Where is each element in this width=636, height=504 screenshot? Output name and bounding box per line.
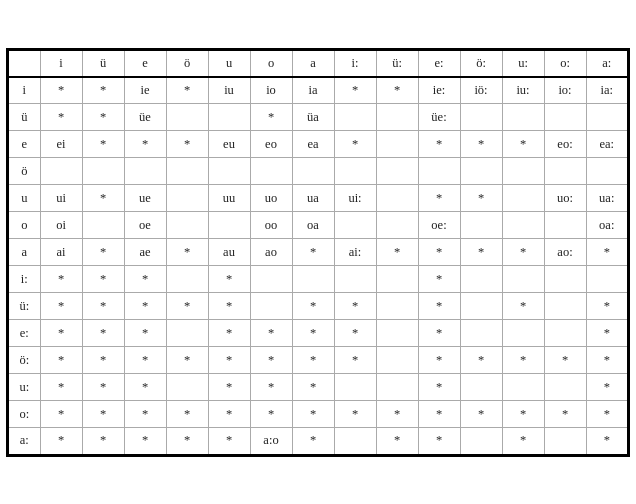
cell-r6-c5: au bbox=[208, 239, 250, 266]
cell-r10-c4: * bbox=[166, 347, 208, 374]
cell-r0-c4: * bbox=[166, 77, 208, 104]
cell-r6-c1: ai bbox=[40, 239, 82, 266]
cell-r8-c2: * bbox=[82, 293, 124, 320]
cell-r0-c13: io: bbox=[544, 77, 586, 104]
cell-r3-c9 bbox=[376, 158, 418, 185]
cell-r5-c11 bbox=[460, 212, 502, 239]
cell-r4-c1: ui bbox=[40, 185, 82, 212]
cell-r11-c7: * bbox=[292, 374, 334, 401]
cell-r2-c10: * bbox=[418, 131, 460, 158]
cell-r12-c11: * bbox=[460, 401, 502, 428]
cell-r1-c2: * bbox=[82, 104, 124, 131]
cell-r13-c4: * bbox=[166, 428, 208, 455]
cell-r5-c9 bbox=[376, 212, 418, 239]
cell-r5-c4 bbox=[166, 212, 208, 239]
cell-r3-c2 bbox=[82, 158, 124, 185]
cell-r1-c5 bbox=[208, 104, 250, 131]
cell-r7-c2: * bbox=[82, 266, 124, 293]
cell-r4-c4 bbox=[166, 185, 208, 212]
cell-r1-c1: * bbox=[40, 104, 82, 131]
cell-r10-c3: * bbox=[124, 347, 166, 374]
cell-r3-c14 bbox=[586, 158, 628, 185]
cell-r5-c14: oa: bbox=[586, 212, 628, 239]
header-col-ö:: ö: bbox=[460, 50, 502, 77]
cell-r12-c3: * bbox=[124, 401, 166, 428]
cell-r8-c10: * bbox=[418, 293, 460, 320]
row-header-ü:: ü: bbox=[8, 293, 40, 320]
cell-r2-c1: ei bbox=[40, 131, 82, 158]
cell-r5-c1: oi bbox=[40, 212, 82, 239]
header-corner bbox=[8, 50, 40, 77]
cell-r12-c12: * bbox=[502, 401, 544, 428]
cell-r9-c2: * bbox=[82, 320, 124, 347]
cell-r6-c14: * bbox=[586, 239, 628, 266]
cell-r11-c12 bbox=[502, 374, 544, 401]
cell-r7-c1: * bbox=[40, 266, 82, 293]
cell-r6-c13: ao: bbox=[544, 239, 586, 266]
cell-r2-c8: * bbox=[334, 131, 376, 158]
cell-r7-c14 bbox=[586, 266, 628, 293]
cell-r11-c3: * bbox=[124, 374, 166, 401]
row-header-ü: ü bbox=[8, 104, 40, 131]
cell-r6-c10: * bbox=[418, 239, 460, 266]
cell-r12-c10: * bbox=[418, 401, 460, 428]
header-col-e:: e: bbox=[418, 50, 460, 77]
table-row: u:******** bbox=[8, 374, 628, 401]
cell-r13-c5: * bbox=[208, 428, 250, 455]
cell-r2-c13: eo: bbox=[544, 131, 586, 158]
cell-r1-c3: üe bbox=[124, 104, 166, 131]
cell-r1-c14 bbox=[586, 104, 628, 131]
cell-r11-c8 bbox=[334, 374, 376, 401]
cell-r13-c14: * bbox=[586, 428, 628, 455]
cell-r0-c6: io bbox=[250, 77, 292, 104]
cell-r13-c12: * bbox=[502, 428, 544, 455]
row-header-o:: o: bbox=[8, 401, 40, 428]
header-col-i: i bbox=[40, 50, 82, 77]
cell-r11-c1: * bbox=[40, 374, 82, 401]
cell-r2-c6: eo bbox=[250, 131, 292, 158]
row-header-e: e bbox=[8, 131, 40, 158]
cell-r3-c8 bbox=[334, 158, 376, 185]
cell-r10-c13: * bbox=[544, 347, 586, 374]
table-row: aai*ae*auao*ai:****ao:* bbox=[8, 239, 628, 266]
cell-r12-c6: * bbox=[250, 401, 292, 428]
cell-r2-c11: * bbox=[460, 131, 502, 158]
table-row: a:*****a:o***** bbox=[8, 428, 628, 455]
cell-r13-c1: * bbox=[40, 428, 82, 455]
cell-r0-c11: iö: bbox=[460, 77, 502, 104]
row-header-u:: u: bbox=[8, 374, 40, 401]
cell-r12-c1: * bbox=[40, 401, 82, 428]
cell-r9-c10: * bbox=[418, 320, 460, 347]
cell-r12-c4: * bbox=[166, 401, 208, 428]
cell-r11-c9 bbox=[376, 374, 418, 401]
row-header-i:: i: bbox=[8, 266, 40, 293]
cell-r6-c3: ae bbox=[124, 239, 166, 266]
cell-r2-c3: * bbox=[124, 131, 166, 158]
cell-r8-c14: * bbox=[586, 293, 628, 320]
cell-r5-c5 bbox=[208, 212, 250, 239]
cell-r4-c11: * bbox=[460, 185, 502, 212]
table-row: ü:********** bbox=[8, 293, 628, 320]
cell-r2-c12: * bbox=[502, 131, 544, 158]
cell-r10-c12: * bbox=[502, 347, 544, 374]
cell-r13-c3: * bbox=[124, 428, 166, 455]
table-row: i:***** bbox=[8, 266, 628, 293]
cell-r13-c10: * bbox=[418, 428, 460, 455]
cell-r4-c12 bbox=[502, 185, 544, 212]
cell-r3-c5 bbox=[208, 158, 250, 185]
cell-r13-c11 bbox=[460, 428, 502, 455]
cell-r12-c14: * bbox=[586, 401, 628, 428]
cell-r13-c13 bbox=[544, 428, 586, 455]
cell-r2-c14: ea: bbox=[586, 131, 628, 158]
cell-r9-c5: * bbox=[208, 320, 250, 347]
cell-r7-c13 bbox=[544, 266, 586, 293]
cell-r13-c8 bbox=[334, 428, 376, 455]
cell-r0-c9: * bbox=[376, 77, 418, 104]
cell-r5-c12 bbox=[502, 212, 544, 239]
cell-r10-c6: * bbox=[250, 347, 292, 374]
header-col-u: u bbox=[208, 50, 250, 77]
cell-r12-c9: * bbox=[376, 401, 418, 428]
cell-r1-c11 bbox=[460, 104, 502, 131]
cell-r6-c6: ao bbox=[250, 239, 292, 266]
cell-r8-c12: * bbox=[502, 293, 544, 320]
